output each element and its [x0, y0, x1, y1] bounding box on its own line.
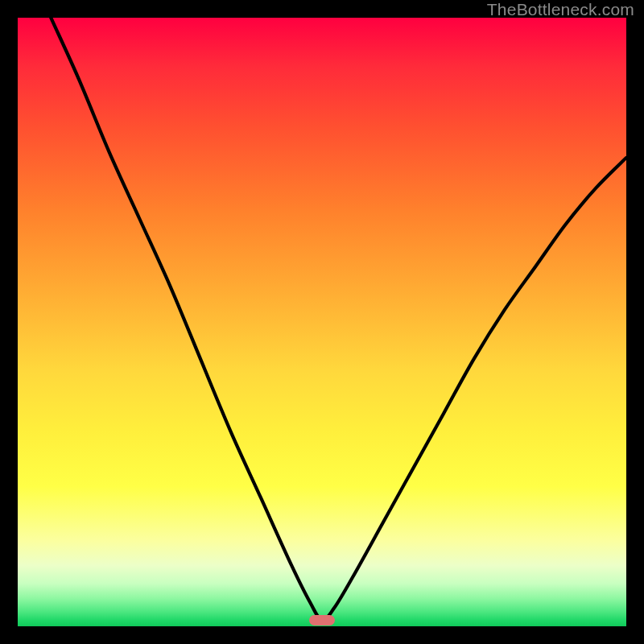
bottleneck-curve [18, 18, 626, 626]
watermark-text: TheBottleneck.com [487, 0, 634, 19]
chart-frame: TheBottleneck.com [0, 0, 644, 644]
optimal-marker [309, 615, 335, 626]
plot-area [18, 18, 626, 626]
